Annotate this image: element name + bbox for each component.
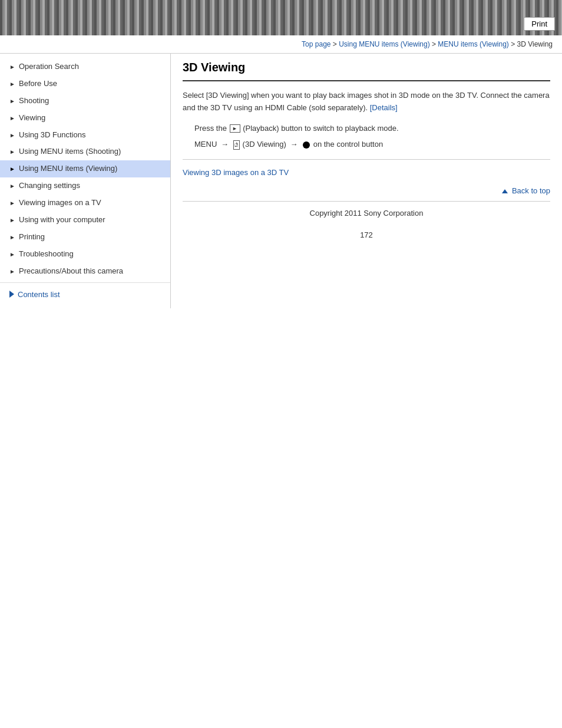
sidebar-item-label: Viewing	[19, 113, 45, 123]
playback-icon: ►	[230, 124, 240, 133]
sidebar-item-label: Before Use	[19, 79, 57, 89]
sidebar-item-viewing-images-tv[interactable]: ► Viewing images on a TV	[0, 195, 170, 212]
sidebar-item-precautions[interactable]: ► Precautions/About this camera	[0, 263, 170, 280]
sidebar-item-label: Printing	[19, 232, 45, 242]
sidebar-item-label: Troubleshooting	[19, 249, 74, 259]
arrow-icon: ►	[9, 233, 15, 241]
page-title: 3D Viewing	[183, 61, 550, 74]
sidebar-item-label: Changing settings	[19, 181, 80, 191]
contents-list-arrow-icon	[9, 291, 14, 298]
sidebar-item-label: Using MENU items (Viewing)	[19, 164, 117, 174]
sidebar: ► Operation Search ► Before Use ► Shooti…	[0, 54, 171, 308]
sidebar-item-using-menu-viewing[interactable]: ► Using MENU items (Viewing)	[0, 160, 170, 177]
sidebar-item-troubleshooting[interactable]: ► Troubleshooting	[0, 246, 170, 263]
breadcrumb-top-page[interactable]: Top page	[302, 40, 330, 48]
arrow-icon: ►	[9, 199, 15, 207]
step2-arrow1: →	[221, 137, 229, 151]
sidebar-item-label: Shooting	[19, 96, 49, 106]
arrow-icon: ►	[9, 216, 15, 224]
sidebar-item-operation-search[interactable]: ► Operation Search	[0, 58, 170, 75]
viewing-3d-link[interactable]: Viewing 3D images on a 3D TV	[183, 168, 289, 177]
step2-line: MENU → 𝅘𝅥𝅰□ (3D Viewing) → on the control …	[194, 137, 550, 151]
sidebar-item-label: Operation Search	[19, 62, 79, 72]
arrow-icon: ►	[9, 182, 15, 190]
sidebar-item-using-computer[interactable]: ► Using with your computer	[0, 212, 170, 229]
main-layout: ► Operation Search ► Before Use ► Shooti…	[0, 54, 562, 308]
breadcrumb-current: 3D Viewing	[517, 40, 553, 48]
sidebar-item-viewing[interactable]: ► Viewing	[0, 110, 170, 127]
content-area: 3D Viewing Select [3D Viewing] when you …	[171, 54, 562, 257]
back-to-top: Back to top	[183, 186, 550, 195]
sidebar-item-label: Using 3D Functions	[19, 130, 85, 140]
sidebar-item-label: Precautions/About this camera	[19, 266, 123, 276]
sidebar-item-label: Using with your computer	[19, 215, 105, 225]
sidebar-item-printing[interactable]: ► Printing	[0, 229, 170, 246]
back-to-top-icon	[502, 189, 508, 193]
breadcrumb-menu-items-viewing[interactable]: MENU items (Viewing)	[438, 40, 508, 48]
footer: Copyright 2011 Sony Corporation	[183, 201, 550, 225]
page-number: 172	[183, 225, 550, 245]
arrow-icon: ►	[9, 131, 15, 139]
arrow-icon: ►	[9, 114, 15, 122]
arrow-icon: ►	[9, 63, 15, 71]
page-title-section: 3D Viewing	[183, 61, 550, 81]
contents-list-label: Contents list	[18, 290, 60, 299]
arrow-icon: ►	[9, 268, 15, 275]
step2-arrow2: →	[290, 137, 297, 151]
content-divider	[183, 159, 550, 160]
arrow-icon: ►	[9, 251, 15, 258]
details-link[interactable]: [Details]	[370, 103, 398, 112]
step1-suffix: (Playback) button to switch to playback …	[243, 124, 398, 133]
step1-line: Press the ► (Playback) button to switch …	[194, 121, 550, 135]
sidebar-item-before-use[interactable]: ► Before Use	[0, 75, 170, 93]
arrow-icon: ►	[9, 80, 15, 88]
step1-text: Press the	[194, 124, 227, 133]
copyright-text: Copyright 2011 Sony Corporation	[310, 209, 424, 218]
arrow-icon: ►	[9, 165, 15, 173]
step2-label: (3D Viewing)	[243, 140, 286, 149]
arrow-icon: ►	[9, 148, 15, 156]
breadcrumb-using-menu-viewing[interactable]: Using MENU items (Viewing)	[339, 40, 429, 48]
contents-list-link[interactable]: Contents list	[0, 285, 170, 304]
back-to-top-label: Back to top	[512, 186, 550, 195]
sidebar-item-label: Using MENU items (Shooting)	[19, 147, 121, 157]
step2-suffix: on the control button	[313, 140, 384, 149]
breadcrumb: Top page > Using MENU items (Viewing) > …	[0, 35, 562, 54]
print-button[interactable]: Print	[524, 17, 555, 31]
header-bar: Print	[0, 0, 562, 35]
steps-block: Press the ► (Playback) button to switch …	[183, 121, 550, 151]
sidebar-item-changing-settings[interactable]: ► Changing settings	[0, 177, 170, 195]
sidebar-item-label: Viewing images on a TV	[19, 198, 101, 208]
back-to-top-link[interactable]: Back to top	[502, 186, 550, 195]
sidebar-divider	[0, 282, 170, 283]
sidebar-item-using-menu-shooting[interactable]: ► Using MENU items (Shooting)	[0, 143, 170, 160]
circle-dot-icon	[303, 141, 310, 149]
content-description: Select [3D Viewing] when you want to pla…	[183, 90, 550, 114]
arrow-icon: ►	[9, 97, 15, 105]
sidebar-item-shooting[interactable]: ► Shooting	[0, 93, 170, 110]
view3d-icon: 𝅘𝅥𝅰□	[233, 140, 240, 150]
step2-prefix: MENU	[194, 140, 217, 149]
sidebar-item-using-3d-functions[interactable]: ► Using 3D Functions	[0, 127, 170, 144]
